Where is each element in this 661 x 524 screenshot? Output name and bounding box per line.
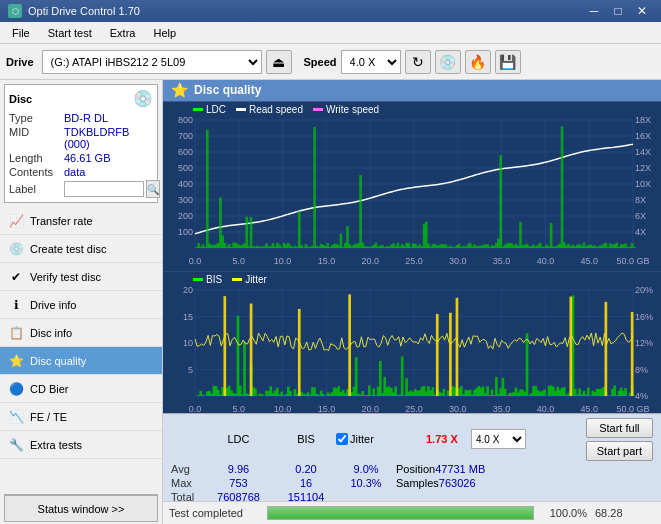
stats-speed-select[interactable]: 4.0 X (471, 429, 526, 449)
disc-mid-label: MID (9, 126, 64, 150)
charts-area: LDC Read speed Write speed (163, 102, 661, 413)
burn-button[interactable]: 🔥 (465, 50, 491, 74)
disc-length-row: Length 46.61 GB (9, 152, 153, 164)
status-window-button[interactable]: Status window >> (4, 494, 158, 522)
sidebar-item-disc-info[interactable]: 📋 Disc info (0, 319, 162, 347)
legend-jitter: Jitter (232, 274, 267, 285)
top-chart-canvas (163, 102, 661, 268)
sidebar-item-label-disc-quality: Disc quality (30, 355, 86, 367)
content-header-title: Disc quality (194, 83, 261, 97)
menu-help[interactable]: Help (145, 25, 184, 41)
sidebar-item-label-fe-te: FE / TE (30, 411, 67, 423)
title-bar-left: ⬡ Opti Drive Control 1.70 (8, 4, 140, 18)
bottom-chart-legend: BIS Jitter (193, 274, 267, 285)
avg-bis: 0.20 (276, 463, 336, 475)
max-ldc: 753 (201, 477, 276, 489)
sidebar-item-extra-tests[interactable]: 🔧 Extra tests (0, 431, 162, 459)
disc-type-value: BD-R DL (64, 112, 108, 124)
stats-speed-value: 1.73 X (426, 433, 471, 445)
sidebar-item-label-transfer-rate: Transfer rate (30, 215, 93, 227)
minimize-button[interactable]: ─ (583, 2, 605, 20)
sidebar-item-fe-te[interactable]: 📉 FE / TE (0, 403, 162, 431)
sidebar-item-label-extra-tests: Extra tests (30, 439, 82, 451)
disc-button[interactable]: 💿 (435, 50, 461, 74)
jitter-checkbox[interactable] (336, 433, 348, 445)
top-chart-legend: LDC Read speed Write speed (193, 104, 379, 115)
verify-test-disc-icon: ✔ (8, 269, 24, 285)
start-full-button[interactable]: Start full (586, 418, 653, 438)
ldc-legend-label: LDC (206, 104, 226, 115)
ldc-legend-dot (193, 108, 203, 111)
jitter-legend-label: Jitter (245, 274, 267, 285)
disc-length-label: Length (9, 152, 64, 164)
sidebar-item-verify-test-disc[interactable]: ✔ Verify test disc (0, 263, 162, 291)
content-header: ⭐ Disc quality (163, 80, 661, 102)
legend-ldc: LDC (193, 104, 226, 115)
menu-file[interactable]: File (4, 25, 38, 41)
max-jitter: 10.3% (336, 477, 396, 489)
read-speed-legend-label: Read speed (249, 104, 303, 115)
fe-te-icon: 📉 (8, 409, 24, 425)
transfer-rate-icon: 📈 (8, 213, 24, 229)
status-window-label: Status window >> (38, 503, 125, 515)
speed-label: Speed (304, 56, 337, 68)
disc-label-row: Label 🔍 (9, 180, 153, 198)
sidebar-item-drive-info[interactable]: ℹ Drive info (0, 291, 162, 319)
read-speed-legend-dot (236, 108, 246, 111)
progress-bar-outer (267, 506, 534, 520)
menu-bar: File Start test Extra Help (0, 22, 661, 44)
position-value: 47731 MB (435, 463, 505, 475)
legend-read-speed: Read speed (236, 104, 303, 115)
sidebar-item-label-cd-bier: CD Bier (30, 383, 69, 395)
disc-label-input[interactable] (64, 181, 144, 197)
progress-percent: 100.0% (542, 507, 587, 519)
close-button[interactable]: ✕ (631, 2, 653, 20)
disc-panel-icon: 💿 (133, 89, 153, 108)
progress-extra: 68.28 (595, 507, 655, 519)
eject-button[interactable]: ⏏ (266, 50, 292, 74)
bis-legend-dot (193, 278, 203, 281)
avg-ldc: 9.96 (201, 463, 276, 475)
title-bar: ⬡ Opti Drive Control 1.70 ─ □ ✕ (0, 0, 661, 22)
disc-type-row: Type BD-R DL (9, 112, 153, 124)
content-area: ⭐ Disc quality LDC Read speed (163, 80, 661, 524)
legend-write-speed: Write speed (313, 104, 379, 115)
disc-contents-value: data (64, 166, 85, 178)
disc-info-icon: 📋 (8, 325, 24, 341)
maximize-button[interactable]: □ (607, 2, 629, 20)
sidebar-item-cd-bier[interactable]: 🔵 CD Bier (0, 375, 162, 403)
disc-mid-row: MID TDKBLDRFB (000) (9, 126, 153, 150)
menu-start-test[interactable]: Start test (40, 25, 100, 41)
max-label: Max (171, 477, 201, 489)
sidebar-item-label-drive-info: Drive info (30, 299, 76, 311)
write-speed-legend-dot (313, 108, 323, 111)
samples-value: 763026 (439, 477, 476, 489)
main-layout: Disc 💿 Type BD-R DL MID TDKBLDRFB (000) … (0, 80, 661, 524)
stats-ldc-header: LDC (201, 433, 276, 445)
legend-bis: BIS (193, 274, 222, 285)
disc-panel: Disc 💿 Type BD-R DL MID TDKBLDRFB (000) … (4, 84, 158, 203)
cd-bier-icon: 🔵 (8, 381, 24, 397)
save-button[interactable]: 💾 (495, 50, 521, 74)
disc-label-browse-button[interactable]: 🔍 (146, 180, 160, 198)
top-chart: LDC Read speed Write speed (163, 102, 661, 272)
sidebar-item-disc-quality[interactable]: ⭐ Disc quality (0, 347, 162, 375)
drive-select[interactable]: (G:) ATAPI iHBS212 2 5L09 (42, 50, 262, 74)
speed-select[interactable]: 4.0 X 2.0 X 1.0 X (341, 50, 401, 74)
position-label: Position (396, 463, 435, 475)
refresh-button[interactable]: ↻ (405, 50, 431, 74)
progress-area: Test completed 100.0% 68.28 (163, 501, 661, 524)
disc-contents-row: Contents data (9, 166, 153, 178)
avg-label: Avg (171, 463, 201, 475)
sidebar-item-label-create-test-disc: Create test disc (30, 243, 106, 255)
bottom-chart-canvas (163, 272, 661, 413)
sidebar-item-transfer-rate[interactable]: 📈 Transfer rate (0, 207, 162, 235)
stats-jitter-checkbox-container: Jitter (336, 433, 396, 445)
sidebar-item-label-disc-info: Disc info (30, 327, 72, 339)
menu-extra[interactable]: Extra (102, 25, 144, 41)
disc-type-label: Type (9, 112, 64, 124)
bis-legend-label: BIS (206, 274, 222, 285)
disc-contents-label: Contents (9, 166, 64, 178)
sidebar-item-create-test-disc[interactable]: 💿 Create test disc (0, 235, 162, 263)
start-part-button[interactable]: Start part (586, 441, 653, 461)
